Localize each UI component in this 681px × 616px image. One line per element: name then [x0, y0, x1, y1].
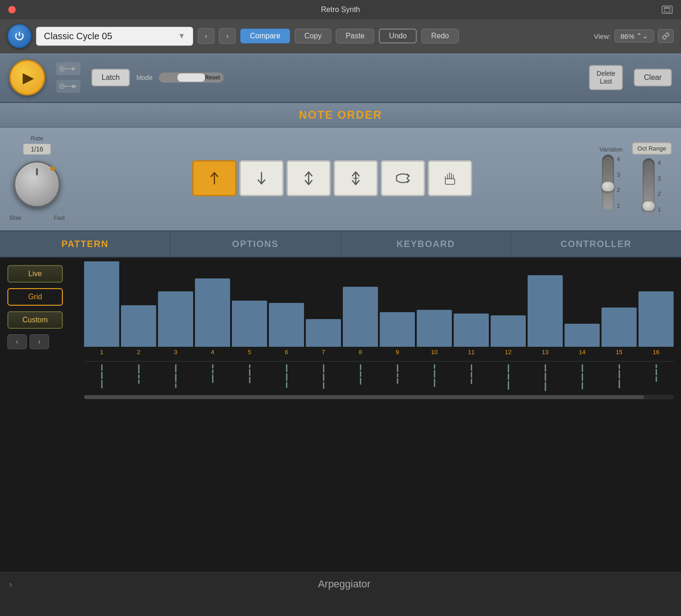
- direction-down-button[interactable]: [239, 160, 284, 196]
- undo-button[interactable]: Undo: [379, 29, 417, 43]
- bar-col[interactable]: 7: [306, 319, 341, 356]
- mini-bar: [175, 364, 176, 373]
- mini-bar-col[interactable]: [565, 364, 600, 391]
- bar-col[interactable]: 15: [602, 308, 637, 356]
- mini-bar: [397, 378, 398, 384]
- compare-button[interactable]: Compare: [240, 29, 290, 43]
- expand-button[interactable]: [662, 6, 673, 14]
- bar-col[interactable]: 14: [565, 324, 600, 356]
- mini-bar-col[interactable]: [306, 364, 341, 391]
- mini-bar: [360, 378, 361, 385]
- bar: [121, 305, 156, 347]
- mini-bar: [397, 364, 398, 372]
- bar-col[interactable]: 8: [343, 287, 378, 356]
- mini-bars-row: [84, 361, 674, 391]
- tab-controller[interactable]: CONTROLLER: [511, 231, 681, 257]
- bar-col[interactable]: 11: [454, 314, 489, 356]
- redo-button[interactable]: Redo: [421, 29, 458, 43]
- copy-button[interactable]: Copy: [295, 29, 331, 43]
- bar-col[interactable]: 13: [528, 275, 563, 356]
- bar-col[interactable]: 4: [195, 278, 230, 356]
- live-button[interactable]: Live: [7, 265, 63, 283]
- mini-bar-col[interactable]: [232, 364, 267, 391]
- latch-button[interactable]: Latch: [91, 69, 130, 86]
- mini-bar-col[interactable]: [380, 364, 415, 391]
- custom-button[interactable]: Custom: [7, 311, 63, 329]
- direction-downup-button[interactable]: [334, 160, 378, 196]
- bar-col[interactable]: 2: [121, 305, 156, 356]
- mini-bar-col[interactable]: [84, 364, 119, 391]
- bar-number: 6: [285, 349, 288, 356]
- bar: [343, 287, 378, 347]
- mini-bar-col[interactable]: [454, 364, 489, 391]
- rate-value[interactable]: 1/16: [23, 144, 51, 155]
- horizontal-scrollbar[interactable]: [84, 395, 674, 399]
- mini-bar-col[interactable]: [343, 364, 378, 391]
- mini-bar: [323, 382, 324, 389]
- bar-col[interactable]: 16: [638, 291, 674, 356]
- close-button[interactable]: [8, 6, 16, 13]
- mini-bar-col[interactable]: [602, 364, 637, 391]
- arp-controls: ▶ Latch: [0, 53, 681, 103]
- direction-chord-button[interactable]: [428, 160, 472, 196]
- bar-col[interactable]: 9: [380, 312, 415, 356]
- pattern-prev-button[interactable]: ‹: [7, 334, 27, 349]
- direction-updown-button[interactable]: [286, 160, 331, 196]
- toolbar: Classic Cycle 05 ▼ ‹ › Compare Copy Past…: [0, 19, 681, 53]
- preset-name: Classic Cycle 05: [44, 31, 112, 42]
- bar-col[interactable]: 12: [491, 315, 526, 356]
- direction-up-button[interactable]: [192, 160, 237, 196]
- tab-pattern[interactable]: PATTERN: [0, 231, 170, 257]
- grid-button[interactable]: Grid: [7, 288, 63, 306]
- tab-keyboard[interactable]: KEYBOARD: [341, 231, 511, 257]
- bar-col[interactable]: 5: [232, 301, 267, 356]
- variation-section: Variation 4 3 2 1: [600, 146, 623, 210]
- pattern-next-button[interactable]: ›: [30, 334, 49, 349]
- mini-bar-col[interactable]: [269, 364, 304, 391]
- play-button[interactable]: ▶: [9, 60, 45, 96]
- note-order-controls: Rate 1/16 Slow Fast: [0, 127, 681, 231]
- oct-range-section: Oct Range 4 3 2 1: [632, 142, 672, 214]
- view-pct-control[interactable]: 86% ⌃⌄: [614, 30, 654, 42]
- oct-range-slider-row: 4 3 2 1: [643, 158, 661, 214]
- mini-bar-col[interactable]: [195, 364, 230, 391]
- bar: [306, 319, 341, 347]
- oct-range-slider[interactable]: [643, 158, 655, 214]
- bottom-title: Arpeggiator: [17, 578, 672, 590]
- clear-button[interactable]: Clear: [634, 69, 672, 86]
- paste-button[interactable]: Paste: [336, 29, 374, 43]
- direction-random-button[interactable]: [381, 160, 425, 196]
- mode-slider[interactable]: Reset: [159, 72, 224, 83]
- view-control: View: 86% ⌃⌄: [594, 29, 674, 43]
- mini-bar-col[interactable]: [528, 364, 563, 391]
- mini-bar-col[interactable]: [158, 364, 193, 391]
- mini-bar: [286, 382, 287, 388]
- preset-dropdown[interactable]: Classic Cycle 05 ▼: [36, 27, 193, 46]
- bar-col[interactable]: 6: [269, 303, 304, 356]
- power-button[interactable]: [7, 24, 31, 48]
- bar: [454, 314, 489, 347]
- fast-label: Fast: [54, 215, 65, 221]
- variation-slider[interactable]: [602, 155, 614, 210]
- oct-range-button[interactable]: Oct Range: [632, 142, 672, 155]
- delete-last-button[interactable]: Delete Last: [589, 65, 622, 90]
- rate-knob-container: [9, 157, 65, 212]
- bar-col[interactable]: 1: [84, 261, 119, 356]
- mini-bar-col[interactable]: [638, 364, 674, 391]
- mini-bar: [286, 364, 287, 372]
- bar-number: 9: [395, 349, 399, 356]
- mini-bar-col[interactable]: [417, 364, 452, 391]
- preset-prev-button[interactable]: ‹: [198, 28, 214, 44]
- bottom-expand-icon[interactable]: ›: [9, 580, 12, 589]
- variation-knob: [602, 181, 614, 192]
- mini-bar-col[interactable]: [121, 364, 156, 391]
- rate-knob[interactable]: [14, 161, 60, 207]
- bar-col[interactable]: 10: [417, 310, 452, 356]
- preset-next-button[interactable]: ›: [219, 28, 236, 44]
- mini-bar: [101, 364, 103, 371]
- link-button[interactable]: [658, 29, 674, 43]
- mini-bar-col[interactable]: [491, 364, 526, 391]
- bar-number: 7: [322, 349, 325, 356]
- tab-options[interactable]: OPTIONS: [170, 231, 341, 257]
- bar-col[interactable]: 3: [158, 291, 193, 356]
